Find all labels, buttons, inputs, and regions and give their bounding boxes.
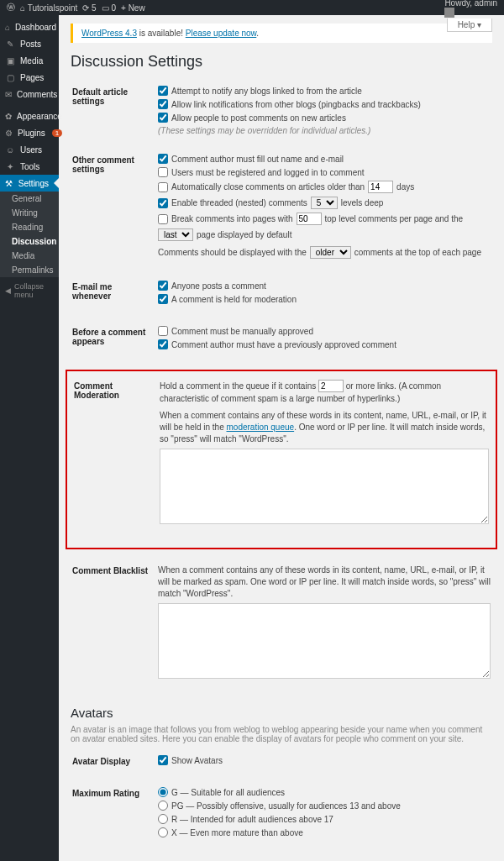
prev-approved-checkbox[interactable] — [158, 339, 168, 349]
manual-approve-checkbox[interactable] — [158, 326, 168, 336]
users-icon: ☺ — [5, 144, 15, 155]
admin-toolbar: ⓦ ⌂ Tutorialspoint ⟳ 5 ▭ 0 + New Howdy, … — [0, 0, 504, 15]
appearance-icon: ✿ — [5, 111, 12, 121]
author-name-email-checkbox[interactable] — [158, 154, 168, 164]
comments-link[interactable]: ▭ 0 — [102, 3, 116, 13]
site-name-link[interactable]: ⌂ Tutorialspoint — [20, 3, 77, 13]
default-page-select[interactable]: last — [158, 228, 193, 241]
moderation-queue-link[interactable]: moderation queue — [227, 423, 295, 432]
media-icon: ▣ — [5, 55, 15, 66]
default-article-label: Default article settings — [72, 84, 156, 150]
registered-comment-checkbox[interactable] — [158, 167, 168, 177]
allow-pingbacks-checkbox[interactable] — [158, 99, 168, 109]
sidebar-item-comments[interactable]: ✉Comments — [0, 86, 59, 102]
wordpress-logo-icon[interactable]: ⓦ — [7, 2, 15, 13]
sidebar-sub-media[interactable]: Media — [0, 249, 59, 263]
rating-x-radio[interactable] — [158, 827, 168, 837]
plugins-icon: ⚙ — [5, 128, 13, 138]
blacklist-desc: When a comment contains any of these wor… — [158, 564, 491, 600]
rating-g-radio[interactable] — [158, 787, 168, 797]
sidebar-item-tools[interactable]: ✦Tools — [0, 158, 59, 175]
comment-moderation-highlight: Comment Moderation Hold a comment in the… — [66, 370, 497, 549]
blacklist-keys-textarea[interactable] — [158, 603, 491, 679]
sidebar-item-users[interactable]: ☺Users — [0, 141, 59, 158]
posts-icon: ✎ — [5, 39, 15, 49]
email-me-label: E-mail me whenever — [72, 279, 156, 323]
close-days-input[interactable] — [368, 181, 393, 193]
notify-blogs-checkbox[interactable] — [158, 86, 168, 96]
per-page-input[interactable] — [297, 213, 322, 225]
rating-r-radio[interactable] — [158, 814, 168, 824]
sidebar-item-media[interactable]: ▣Media — [0, 52, 59, 69]
thread-levels-select[interactable]: 5 — [311, 197, 338, 209]
allow-comments-checkbox[interactable] — [158, 113, 168, 123]
wp-version-link[interactable]: WordPress 4.3 — [81, 29, 137, 38]
pagination-checkbox[interactable] — [158, 214, 168, 224]
help-tab[interactable]: Help ▾ — [447, 18, 492, 32]
sidebar-item-settings[interactable]: ⚒Settings — [0, 175, 59, 192]
moderation-keys-textarea[interactable] — [160, 449, 489, 524]
comments-icon: ✉ — [5, 89, 12, 99]
sidebar-item-posts[interactable]: ✎Posts — [0, 35, 59, 52]
comment-icon: ▭ — [102, 3, 109, 13]
sidebar-sub-permalinks[interactable]: Permalinks — [0, 263, 59, 277]
before-appears-label: Before a comment appears — [72, 324, 156, 368]
comment-moderation-label: Comment Moderation — [74, 378, 158, 541]
sidebar-item-dashboard[interactable]: ⌂Dashboard — [0, 18, 59, 35]
home-icon: ⌂ — [20, 3, 25, 13]
avatar-display-label: Avatar Display — [72, 753, 156, 784]
auto-close-checkbox[interactable] — [158, 182, 168, 192]
update-icon: ⟳ — [82, 3, 89, 13]
pages-icon: ▢ — [5, 72, 15, 82]
sidebar-sub-discussion[interactable]: Discussion — [0, 234, 59, 249]
threaded-checkbox[interactable] — [158, 198, 168, 208]
settings-icon: ⚒ — [5, 178, 13, 188]
sidebar-item-appearance[interactable]: ✿Appearance — [0, 108, 59, 124]
avatars-desc: An avatar is an image that follows you f… — [71, 725, 492, 743]
avatars-heading: Avatars — [71, 706, 492, 720]
sidebar-sub-writing[interactable]: Writing — [0, 206, 59, 220]
max-rating-label: Maximum Rating — [72, 785, 156, 856]
sidebar-sub-general[interactable]: General — [0, 192, 59, 206]
dashboard-icon: ⌂ — [5, 22, 10, 32]
plus-icon: + — [121, 3, 126, 13]
update-nag: WordPress 4.3 is available! Please updat… — [71, 24, 492, 43]
default-avatar-label: Default Avatar — [72, 858, 156, 861]
main-content: Help ▾ WordPress 4.3 is available! Pleas… — [59, 15, 504, 861]
page-title: Discussion Settings — [71, 53, 492, 71]
max-links-input[interactable] — [318, 380, 344, 392]
new-link[interactable]: + New — [121, 3, 145, 13]
sidebar-item-pages[interactable]: ▢Pages — [0, 69, 59, 86]
update-now-link[interactable]: Please update now — [186, 29, 257, 38]
admin-sidebar: ⌂Dashboard✎Posts▣Media▢Pages✉Comments✿Ap… — [0, 15, 59, 861]
comment-blacklist-label: Comment Blacklist — [72, 563, 156, 696]
chevron-left-icon: ◀ — [5, 286, 11, 295]
tools-icon: ✦ — [5, 161, 15, 171]
email-moderation-checkbox[interactable] — [158, 294, 168, 304]
rating-pg-radio[interactable] — [158, 801, 168, 811]
sidebar-sub-reading[interactable]: Reading — [0, 220, 59, 234]
email-anyone-checkbox[interactable] — [158, 281, 168, 291]
comment-order-select[interactable]: older — [310, 246, 351, 259]
collapse-menu[interactable]: ◀Collapse menu — [0, 277, 59, 304]
other-comment-label: Other comment settings — [72, 152, 156, 277]
article-note: (These settings may be overridden for in… — [158, 126, 491, 135]
show-avatars-checkbox[interactable] — [158, 755, 168, 765]
sidebar-item-plugins[interactable]: ⚙Plugins1 — [0, 124, 59, 141]
updates-link[interactable]: ⟳ 5 — [82, 3, 96, 13]
